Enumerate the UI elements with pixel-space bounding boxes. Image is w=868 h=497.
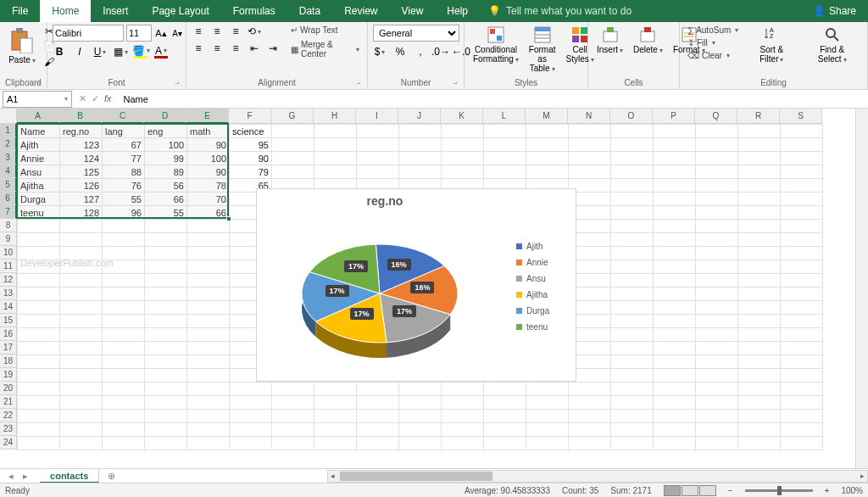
cell-B5[interactable]: 126	[60, 179, 103, 193]
cell-D2[interactable]: 100	[145, 138, 187, 152]
cell-R19[interactable]	[738, 369, 781, 383]
cell-R8[interactable]	[738, 220, 781, 233]
cell-O24[interactable]	[611, 437, 654, 450]
cell-O13[interactable]	[611, 288, 654, 301]
cell-O19[interactable]	[611, 369, 654, 383]
cell-S18[interactable]	[781, 355, 823, 369]
cell-D13[interactable]	[145, 288, 187, 301]
cell-F3[interactable]: 90	[230, 152, 272, 165]
cell-A12[interactable]	[18, 274, 60, 288]
row-header-9[interactable]: 9	[0, 232, 17, 246]
paste-button[interactable]: Paste	[5, 25, 39, 67]
orientation-icon[interactable]: ⟲	[248, 25, 261, 38]
cell-P4[interactable]	[654, 165, 696, 179]
cell-R5[interactable]	[738, 179, 781, 193]
cell-R3[interactable]	[738, 152, 781, 165]
cell-G4[interactable]	[272, 165, 314, 179]
cell-E15[interactable]	[187, 315, 230, 328]
cell-P5[interactable]	[654, 179, 696, 193]
cell-F21[interactable]	[230, 396, 272, 410]
column-header-K[interactable]: K	[441, 109, 483, 124]
cell-K3[interactable]	[442, 152, 484, 165]
cell-Q11[interactable]	[696, 260, 738, 274]
cell-B1[interactable]: reg.no	[60, 125, 103, 138]
row-header-19[interactable]: 19	[0, 368, 17, 382]
cell-F24[interactable]	[230, 437, 272, 450]
cell-A24[interactable]	[18, 437, 60, 450]
cell-J2[interactable]	[399, 138, 442, 152]
row-header-22[interactable]: 22	[0, 409, 17, 422]
increase-indent-icon[interactable]: ⇥	[266, 42, 280, 55]
sheet-tab-contacts[interactable]: contacts	[40, 469, 99, 483]
cell-R24[interactable]	[738, 437, 781, 450]
cell-A15[interactable]	[18, 315, 60, 328]
cell-B20[interactable]	[60, 383, 103, 396]
cell-A17[interactable]	[18, 342, 60, 355]
cell-E20[interactable]	[187, 383, 230, 396]
cell-M22[interactable]	[526, 410, 569, 423]
cell-I22[interactable]	[357, 410, 399, 423]
cell-C24[interactable]	[103, 437, 145, 450]
cell-D20[interactable]	[145, 383, 187, 396]
cell-P20[interactable]	[654, 383, 696, 396]
cell-E24[interactable]	[187, 437, 230, 450]
sort-filter-button[interactable]: AZSort & Filter	[744, 25, 798, 66]
cell-P9[interactable]	[654, 233, 696, 247]
align-left-icon[interactable]: ≡	[192, 42, 205, 55]
cell-C9[interactable]	[103, 233, 145, 247]
cell-N23[interactable]	[569, 423, 611, 437]
cell-D7[interactable]: 55	[145, 206, 187, 220]
cell-C16[interactable]	[103, 328, 145, 342]
cancel-formula-icon[interactable]: ✕	[79, 93, 86, 104]
cell-A23[interactable]	[18, 423, 60, 437]
cell-Q5[interactable]	[696, 179, 738, 193]
cell-B19[interactable]	[60, 369, 103, 383]
cell-S2[interactable]	[781, 138, 823, 152]
cell-B13[interactable]	[60, 288, 103, 301]
cell-D11[interactable]	[145, 260, 187, 274]
formulas-tab[interactable]: Formulas	[221, 0, 287, 22]
cell-E22[interactable]	[187, 410, 230, 423]
cell-H20[interactable]	[314, 383, 357, 396]
cell-S1[interactable]	[781, 125, 823, 138]
cell-D12[interactable]	[145, 274, 187, 288]
font-color-button[interactable]: A	[154, 45, 168, 59]
cell-R6[interactable]	[738, 193, 781, 206]
column-header-A[interactable]: A	[17, 109, 59, 124]
row-header-24[interactable]: 24	[0, 436, 17, 450]
cell-J3[interactable]	[399, 152, 442, 165]
cell-R13[interactable]	[738, 288, 781, 301]
number-format-combo[interactable]: General	[373, 25, 459, 42]
cell-L2[interactable]	[484, 138, 526, 152]
merge-center-button[interactable]: ▦Merge & Center	[288, 39, 362, 59]
cell-A1[interactable]: Name	[18, 125, 60, 138]
cell-O11[interactable]	[611, 260, 654, 274]
cell-G21[interactable]	[272, 396, 314, 410]
cell-O18[interactable]	[611, 355, 654, 369]
cell-D5[interactable]: 56	[145, 179, 187, 193]
cell-G22[interactable]	[272, 410, 314, 423]
column-header-H[interactable]: H	[314, 109, 356, 124]
cell-O1[interactable]	[611, 125, 654, 138]
column-header-D[interactable]: D	[144, 109, 186, 124]
cell-E18[interactable]	[187, 355, 230, 369]
cell-P7[interactable]	[654, 206, 696, 220]
cell-D15[interactable]	[145, 315, 187, 328]
cell-D4[interactable]: 89	[145, 165, 187, 179]
cell-E21[interactable]	[187, 396, 230, 410]
column-header-P[interactable]: P	[653, 109, 695, 124]
cell-C8[interactable]	[103, 220, 145, 233]
cell-C13[interactable]	[103, 288, 145, 301]
column-header-I[interactable]: I	[356, 109, 398, 124]
cell-C11[interactable]	[103, 260, 145, 274]
format-as-table-button[interactable]: Format as Table	[526, 25, 559, 75]
cell-Q14[interactable]	[696, 301, 738, 315]
row-header-2[interactable]: 2	[0, 137, 17, 151]
cell-N1[interactable]	[569, 125, 611, 138]
cell-E3[interactable]: 100	[187, 152, 230, 165]
cell-A2[interactable]: Ajith	[18, 138, 60, 152]
cell-B16[interactable]	[60, 328, 103, 342]
cell-B23[interactable]	[60, 423, 103, 437]
cell-O4[interactable]	[611, 165, 654, 179]
cell-R22[interactable]	[738, 410, 781, 423]
